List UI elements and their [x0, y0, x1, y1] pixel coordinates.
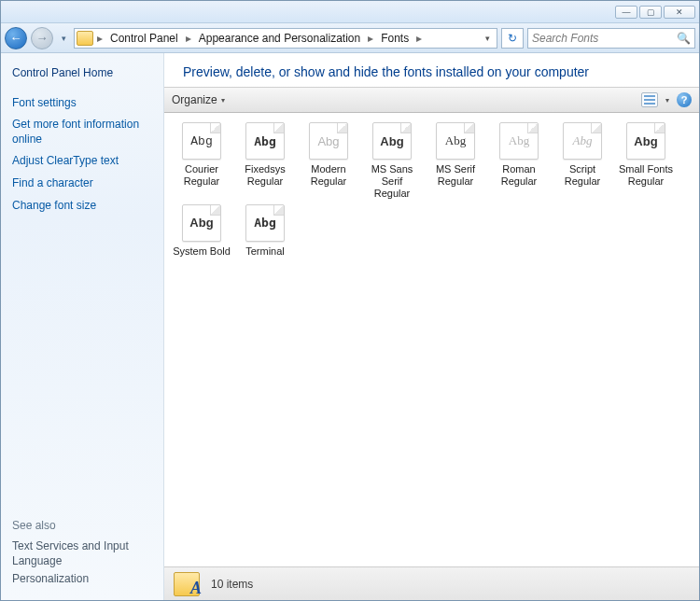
font-tile[interactable]: AbgTerminal: [235, 204, 295, 258]
maximize-button[interactable]: ▢: [639, 6, 662, 19]
minimize-button[interactable]: —: [615, 6, 637, 19]
font-thumbnail: Abg: [182, 204, 221, 242]
font-name-label: Modern Regular: [299, 163, 358, 188]
font-tile[interactable]: AbgRoman Regular: [489, 122, 549, 201]
fonts-folder-icon: [174, 572, 200, 596]
breadcrumb-sep[interactable]: ▸: [184, 30, 193, 47]
view-options-button[interactable]: [641, 92, 658, 107]
back-button[interactable]: ←: [5, 27, 27, 49]
breadcrumb-control-panel[interactable]: Control Panel: [106, 30, 182, 47]
address-bar[interactable]: ▸ Control Panel ▸ Appearance and Persona…: [74, 28, 497, 49]
chevron-down-icon[interactable]: ▾: [665, 96, 669, 105]
font-name-label: MS Sans Serif Regular: [362, 163, 422, 201]
toolbar: Organize ▾ ▾ ?: [164, 87, 699, 113]
font-tile[interactable]: AbgMS Serif Regular: [426, 122, 485, 201]
font-tile[interactable]: AbgScript Regular: [553, 122, 612, 201]
font-name-label: Terminal: [235, 245, 295, 258]
address-dropdown[interactable]: ▾: [480, 34, 495, 43]
see-also-text-services[interactable]: Text Services and Input Language: [12, 539, 152, 568]
organize-label: Organize: [172, 93, 217, 106]
font-tile[interactable]: AbgMS Sans Serif Regular: [362, 122, 422, 201]
font-grid: AbgCourier RegularAbgFixedsys RegularAbg…: [164, 113, 699, 566]
font-tile[interactable]: AbgModern Regular: [299, 122, 358, 201]
font-name-label: System Bold: [172, 245, 231, 258]
font-sample: Abg: [500, 123, 538, 159]
status-count: 10 items: [211, 578, 253, 591]
font-sample: Abg: [627, 123, 665, 159]
sidebar-link-font-settings[interactable]: Font settings: [12, 96, 152, 111]
font-thumbnail: Abg: [436, 122, 475, 160]
see-also-personalization[interactable]: Personalization: [12, 572, 152, 587]
sidebar-home-link[interactable]: Control Panel Home: [12, 66, 152, 81]
font-thumbnail: Abg: [182, 122, 221, 160]
refresh-button[interactable]: ↻: [501, 28, 524, 49]
organize-button[interactable]: Organize ▾: [172, 93, 225, 106]
font-sample: Abg: [310, 123, 347, 159]
font-thumbnail: Abg: [245, 204, 285, 242]
forward-button[interactable]: →: [31, 27, 53, 49]
close-button[interactable]: ✕: [664, 6, 695, 19]
page-heading: Preview, delete, or show and hide the fo…: [164, 53, 699, 87]
font-name-label: Small Fonts Regular: [616, 163, 676, 188]
font-sample: Abg: [246, 205, 284, 241]
search-input[interactable]: Search Fonts 🔍: [527, 28, 695, 49]
search-placeholder: Search Fonts: [532, 32, 598, 45]
font-sample: Abg: [246, 123, 284, 159]
search-icon: 🔍: [677, 32, 691, 45]
main-panel: Preview, delete, or show and hide the fo…: [164, 53, 699, 600]
folder-icon: [77, 31, 93, 46]
sidebar-link-cleartype[interactable]: Adjust ClearType text: [12, 154, 152, 169]
window: — ▢ ✕ ← → ▾ ▸ Control Panel ▸ Appearance…: [0, 0, 700, 601]
breadcrumb-sep[interactable]: ▸: [95, 30, 105, 47]
sidebar-link-change-font-size[interactable]: Change font size: [12, 199, 152, 214]
font-thumbnail: Abg: [372, 122, 412, 160]
body: Control Panel Home Font settings Get mor…: [1, 53, 699, 600]
font-thumbnail: Abg: [563, 122, 602, 160]
titlebar: — ▢ ✕: [1, 1, 699, 23]
font-thumbnail: Abg: [245, 122, 285, 160]
font-sample: Abg: [183, 123, 220, 159]
font-sample: Abg: [437, 123, 474, 159]
font-tile[interactable]: AbgFixedsys Regular: [235, 122, 295, 201]
breadcrumb-appearance[interactable]: Appearance and Personalization: [195, 30, 364, 47]
font-name-label: Courier Regular: [172, 163, 231, 188]
font-tile[interactable]: AbgSmall Fonts Regular: [616, 122, 676, 201]
font-sample: Abg: [564, 123, 601, 159]
font-name-label: Roman Regular: [489, 163, 549, 188]
font-sample: Abg: [183, 205, 220, 241]
see-also-header: See also: [12, 519, 152, 532]
chevron-down-icon: ▾: [221, 96, 225, 105]
status-bar: 10 items: [164, 566, 699, 600]
sidebar-link-find-character[interactable]: Find a character: [12, 176, 152, 191]
font-sample: Abg: [373, 123, 411, 159]
help-button[interactable]: ?: [677, 92, 692, 107]
font-name-label: Fixedsys Regular: [235, 163, 295, 188]
breadcrumb-fonts[interactable]: Fonts: [377, 30, 413, 47]
breadcrumb-sep[interactable]: ▸: [414, 30, 424, 47]
font-name-label: Script Regular: [553, 163, 612, 188]
font-tile[interactable]: AbgSystem Bold: [172, 204, 231, 258]
sidebar-link-more-info[interactable]: Get more font information online: [12, 118, 152, 147]
font-name-label: MS Serif Regular: [426, 163, 485, 188]
font-tile[interactable]: AbgCourier Regular: [172, 122, 231, 201]
navigation-bar: ← → ▾ ▸ Control Panel ▸ Appearance and P…: [1, 23, 699, 53]
font-thumbnail: Abg: [499, 122, 539, 160]
sidebar: Control Panel Home Font settings Get mor…: [1, 53, 164, 600]
nav-history-dropdown[interactable]: ▾: [57, 29, 70, 48]
font-thumbnail: Abg: [309, 122, 348, 160]
breadcrumb-sep[interactable]: ▸: [366, 30, 375, 47]
font-thumbnail: Abg: [626, 122, 665, 160]
